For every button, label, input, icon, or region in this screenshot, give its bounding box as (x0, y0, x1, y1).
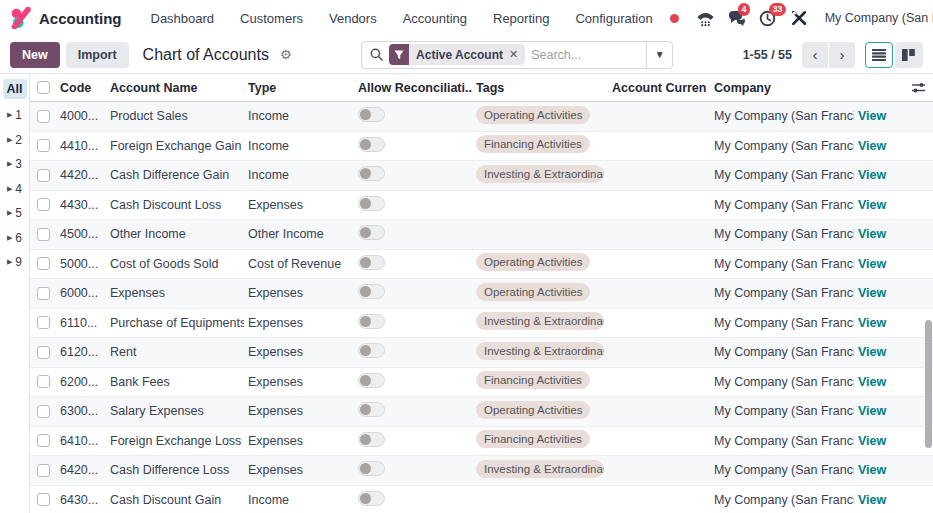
allow-reconciliation-toggle[interactable] (358, 402, 385, 417)
menu-dashboard[interactable]: Dashboard (140, 6, 226, 31)
view-button[interactable]: View (858, 139, 886, 153)
search-facet-active-account[interactable]: Active Account ✕ (389, 44, 525, 65)
menu-customers[interactable]: Customers (229, 6, 314, 31)
table-row[interactable]: 6430... Cash Discount Gain Income My Com… (30, 486, 933, 513)
search-input[interactable] (525, 48, 646, 62)
column-header-allow-reconciliation[interactable]: Allow Reconciliati... (354, 81, 472, 95)
row-checkbox[interactable] (37, 493, 50, 506)
row-checkbox[interactable] (37, 139, 50, 152)
scrollbar[interactable] (924, 74, 933, 513)
table-row[interactable]: 6420... Cash Difference Loss Expenses In… (30, 456, 933, 486)
column-header-type[interactable]: Type (244, 81, 354, 95)
toggle-knob (360, 375, 371, 386)
column-header-tags[interactable]: Tags (472, 81, 608, 95)
allow-reconciliation-toggle[interactable] (358, 137, 385, 152)
group-filter-4[interactable]: ▶4 (0, 177, 29, 202)
table-row[interactable]: 6410... Foreign Exchange Loss Expenses F… (30, 427, 933, 457)
view-button[interactable]: View (858, 316, 886, 330)
view-button[interactable]: View (858, 286, 886, 300)
group-filter-all[interactable]: All (3, 79, 27, 99)
row-checkbox[interactable] (37, 110, 50, 123)
table-row[interactable]: 4420... Cash Difference Gain Income Inve… (30, 161, 933, 191)
view-button[interactable]: View (858, 375, 886, 389)
column-header-code[interactable]: Code (56, 81, 106, 95)
allow-reconciliation-toggle[interactable] (358, 166, 385, 181)
group-filter-1[interactable]: ▶1 (0, 103, 29, 128)
view-button[interactable]: View (858, 463, 886, 477)
view-button[interactable]: View (858, 257, 886, 271)
menu-reporting[interactable]: Reporting (482, 6, 560, 31)
allow-reconciliation-toggle[interactable] (358, 225, 385, 240)
column-header-company[interactable]: Company (706, 81, 854, 95)
row-checkbox[interactable] (37, 169, 50, 182)
menu-accounting[interactable]: Accounting (392, 6, 478, 31)
table-row[interactable]: 4000... Product Sales Income Operating A… (30, 102, 933, 132)
row-checkbox[interactable] (37, 346, 50, 359)
view-button[interactable]: View (858, 109, 886, 123)
row-checkbox[interactable] (37, 198, 50, 211)
status-dot-icon[interactable] (664, 7, 686, 29)
list-view-button[interactable] (865, 42, 893, 68)
pager-previous-button[interactable]: ‹ (802, 42, 828, 68)
row-checkbox[interactable] (37, 287, 50, 300)
view-button[interactable]: View (858, 227, 886, 241)
allow-reconciliation-toggle[interactable] (358, 491, 385, 506)
toggle-knob (360, 109, 371, 120)
table-row[interactable]: 6000... Expenses Expenses Operating Acti… (30, 279, 933, 309)
view-button[interactable]: View (858, 434, 886, 448)
import-button[interactable]: Import (66, 42, 129, 68)
row-checkbox[interactable] (37, 464, 50, 477)
view-button[interactable]: View (858, 345, 886, 359)
action-gear-icon[interactable]: ⚙ (280, 47, 292, 62)
view-button[interactable]: View (858, 168, 886, 182)
row-checkbox[interactable] (37, 375, 50, 388)
group-filter-5[interactable]: ▶5 (0, 201, 29, 226)
allow-reconciliation-toggle[interactable] (358, 107, 385, 122)
tools-icon[interactable] (788, 7, 810, 29)
menu-configuration[interactable]: Configuration (564, 6, 663, 31)
column-header-account-currency[interactable]: Account Curren... (608, 81, 706, 95)
row-checkbox[interactable] (37, 228, 50, 241)
allow-reconciliation-toggle[interactable] (358, 343, 385, 358)
allow-reconciliation-toggle[interactable] (358, 314, 385, 329)
table-row[interactable]: 6120... Rent Expenses Investing & Extrao… (30, 338, 933, 368)
new-button[interactable]: New (10, 42, 60, 68)
group-filter-6[interactable]: ▶6 (0, 226, 29, 251)
app-switcher[interactable]: Accounting (10, 7, 122, 29)
select-all-checkbox[interactable] (37, 81, 50, 94)
allow-reconciliation-toggle[interactable] (358, 255, 385, 270)
allow-reconciliation-toggle[interactable] (358, 373, 385, 388)
pager-next-button[interactable]: › (829, 42, 855, 68)
row-checkbox[interactable] (37, 257, 50, 270)
row-checkbox[interactable] (37, 405, 50, 418)
table-row[interactable]: 4430... Cash Discount Loss Expenses My C… (30, 191, 933, 221)
scrollbar-thumb[interactable] (925, 320, 932, 448)
group-filter-9[interactable]: ▶9 (0, 250, 29, 275)
phone-icon[interactable] (695, 7, 717, 29)
table-row[interactable]: 6200... Bank Fees Expenses Financing Act… (30, 368, 933, 398)
activities-icon[interactable]: 33 (757, 7, 779, 29)
view-button[interactable]: View (858, 404, 886, 418)
row-checkbox[interactable] (37, 434, 50, 447)
allow-reconciliation-toggle[interactable] (358, 461, 385, 476)
facet-remove-icon[interactable]: ✕ (509, 48, 518, 61)
table-row[interactable]: 5000... Cost of Goods Sold Cost of Reven… (30, 250, 933, 280)
messages-icon[interactable]: 4 (726, 7, 748, 29)
search-dropdown-toggle[interactable]: ▼ (646, 42, 672, 68)
table-row[interactable]: 6300... Salary Expenses Expenses Operati… (30, 397, 933, 427)
group-filter-2[interactable]: ▶2 (0, 128, 29, 153)
kanban-view-button[interactable] (895, 42, 923, 68)
table-row[interactable]: 4500... Other Income Other Income My Com… (30, 220, 933, 250)
view-button[interactable]: View (858, 493, 886, 507)
view-button[interactable]: View (858, 198, 886, 212)
row-checkbox[interactable] (37, 316, 50, 329)
allow-reconciliation-toggle[interactable] (358, 432, 385, 447)
allow-reconciliation-toggle[interactable] (358, 196, 385, 211)
table-row[interactable]: 6110... Purchase of Equipments Expenses … (30, 309, 933, 339)
current-company[interactable]: My Company (San Francisco) (825, 11, 933, 25)
allow-reconciliation-toggle[interactable] (358, 284, 385, 299)
table-row[interactable]: 4410... Foreign Exchange Gain Income Fin… (30, 132, 933, 162)
column-header-account-name[interactable]: Account Name (106, 81, 244, 95)
group-filter-3[interactable]: ▶3 (0, 152, 29, 177)
menu-vendors[interactable]: Vendors (318, 6, 388, 31)
